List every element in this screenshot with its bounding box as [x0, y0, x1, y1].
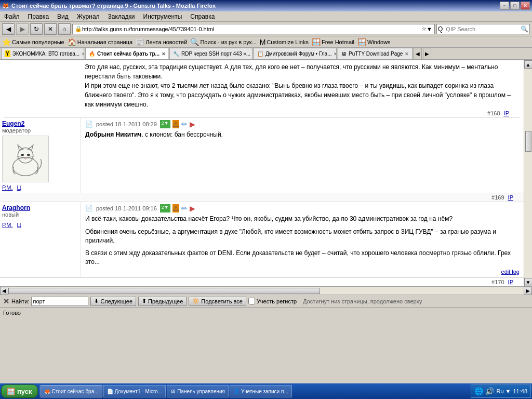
address-input[interactable]	[82, 26, 421, 32]
post-169-ip[interactable]: IP	[508, 194, 513, 201]
menu-file[interactable]: Файл	[2, 13, 22, 20]
tab-label: PuTTY Download Page	[349, 51, 403, 57]
bookmark-hotmail[interactable]: 🪟 Free Hotmail	[312, 38, 354, 46]
level-icon[interactable]: 2▼	[160, 120, 170, 128]
window-title: Стоит сейчас брать травмат? страница 9 -…	[11, 3, 216, 9]
username-araghorn[interactable]: Araghorn	[2, 204, 78, 211]
stop-button[interactable]: ✕	[44, 23, 57, 35]
bookmark-home[interactable]: 🏠 Начальная страница	[68, 38, 132, 46]
tab-close-icon[interactable]: ✕	[334, 51, 337, 57]
warn-icon[interactable]: ⚠	[172, 120, 179, 128]
post-actions-170: 2▼ ⚠ ✏ ▶	[160, 204, 195, 212]
menu-journal[interactable]: Журнал	[75, 13, 102, 20]
minimize-button[interactable]: −	[500, 2, 509, 10]
maximize-button[interactable]: □	[510, 2, 520, 10]
hscroll-right-button[interactable]: ▶	[524, 287, 532, 295]
username-eugen2[interactable]: Eugen2	[2, 120, 78, 127]
start-button[interactable]: 🪟 пуск	[1, 384, 38, 398]
horizontal-scrollbar[interactable]: ◀ ▶	[0, 286, 532, 295]
hscroll-track[interactable]	[8, 287, 524, 295]
taskbar-item-accounts[interactable]: 👤 Учетные записи п...	[230, 385, 292, 397]
tab-close-icon[interactable]: ✕	[162, 51, 166, 57]
tab-label: ЭКОНОМИКА: ВТО готова...	[12, 51, 79, 57]
find-case-check[interactable]: Учесть регистр	[248, 298, 297, 304]
reload-button[interactable]: ↻	[30, 23, 43, 35]
find-label: Найти:	[11, 298, 29, 304]
edit-icon[interactable]: ✏	[181, 120, 188, 128]
tab-economics[interactable]: Y ЭКОНОМИКА: ВТО готова... ✕	[1, 48, 84, 59]
menu-tools[interactable]: Инструменты	[141, 13, 184, 20]
edit-log-link[interactable]: edit log	[501, 269, 520, 275]
find-highlight-button[interactable]: 🔆 Подсветить все	[189, 297, 246, 306]
post-168-ip[interactable]: IP	[504, 110, 509, 116]
user-section-araghorn: Araghorn новый Р.М. Ц	[0, 202, 81, 277]
hscroll-thumb[interactable]	[8, 288, 320, 294]
post-168-top: Это для нас, русских, эта традиция сущес…	[0, 60, 524, 118]
bookmark-label: Лента новостей	[145, 39, 187, 45]
bookmark-news[interactable]: 📰 Лента новостей	[136, 38, 187, 46]
find-prev-button[interactable]: ⬆ Предыдущее	[138, 297, 187, 306]
tab-close-icon[interactable]: ✕	[82, 51, 84, 57]
bookmark-windows[interactable]: 🪟 Windows	[357, 38, 391, 46]
tabs-left-arrow[interactable]: ◀	[414, 48, 422, 59]
report-icon[interactable]: ▶	[190, 120, 195, 128]
find-close-button[interactable]: ✕	[3, 297, 9, 305]
pm-link-araghorn[interactable]: Р.М.	[2, 222, 13, 228]
scroll-thumb[interactable]	[525, 131, 531, 152]
find-case-checkbox[interactable]	[248, 298, 255, 304]
close-button[interactable]: ✕	[521, 2, 530, 10]
customize-icon: M	[260, 38, 266, 46]
taskbar-item-word[interactable]: 📄 Документ1 - Micro...	[103, 385, 166, 397]
bookmark-customize[interactable]: M Customize Links	[260, 38, 309, 46]
tabs-right-arrow[interactable]: ▶	[423, 48, 431, 59]
search-input[interactable]	[444, 26, 520, 32]
back-button[interactable]: ◀	[2, 23, 15, 35]
bookmark-popular[interactable]: ⭐ Самые популярные	[2, 38, 64, 46]
find-next-button[interactable]: ⬇ Следующее	[90, 297, 136, 306]
address-bar[interactable]: 🔒 ☆ ▼	[72, 24, 435, 34]
hscroll-left-button[interactable]: ◀	[0, 287, 8, 295]
tab-rdp[interactable]: 🔧 RDP через SSH порт 443 »... ✕	[169, 48, 252, 59]
find-input[interactable]	[31, 297, 88, 306]
scroll-track[interactable]	[524, 69, 532, 278]
home-button[interactable]: ⌂	[58, 23, 71, 35]
report-icon[interactable]: ▶	[190, 204, 195, 212]
tab-dmitrov[interactable]: 📋 Дмитровский Форум • Гла... ✕	[254, 48, 337, 59]
warn-icon[interactable]: ⚠	[172, 204, 179, 212]
forward-button[interactable]: ▶	[16, 23, 29, 35]
taskbar-label: Стоит сейчас бра...	[52, 389, 99, 394]
level-icon[interactable]: 2▼	[160, 204, 170, 212]
star-icon[interactable]: ☆	[421, 25, 427, 32]
user-role-eugen2: модератор	[2, 127, 78, 134]
taskbar-item-guns[interactable]: 🦊 Стоит сейчас бра...	[41, 385, 102, 397]
start-label: пуск	[17, 388, 32, 395]
tab-close-icon[interactable]: ✕	[405, 51, 409, 57]
menu-help[interactable]: Справка	[188, 13, 217, 20]
post-actions-168: 2▼ ⚠ ✏ ▶	[160, 120, 195, 128]
arrow-down-icon: ⬇	[94, 298, 99, 304]
menu-bookmarks[interactable]: Закладки	[106, 13, 137, 20]
edit-icon[interactable]: ✏	[181, 204, 188, 212]
tab-putty[interactable]: 🖥 PuTTY Download Page ✕	[338, 48, 413, 59]
tab-guns[interactable]: 🔥 Стоит сейчас брать тр... ✕	[85, 48, 168, 59]
windows-icon: 🪟	[357, 38, 366, 46]
bookmark-search[interactable]: 🔍 Поиск - из рук в рук...	[190, 38, 256, 46]
taskbar-item-control[interactable]: 🖥 Панель управления	[167, 385, 229, 397]
quote-link-eugen2[interactable]: Ц	[17, 184, 21, 191]
post-body-170: И всё-таки, каковы доказательства насчёт…	[85, 215, 520, 267]
pm-link-eugen2[interactable]: Р.М.	[2, 184, 13, 191]
scroll-up-button[interactable]: ▲	[524, 60, 533, 69]
vertical-scrollbar[interactable]: ▲ ▼	[524, 60, 532, 286]
menu-edit[interactable]: Правка	[26, 13, 51, 20]
post-170-ip[interactable]: IP	[508, 279, 513, 285]
quote-link-araghorn[interactable]: Ц	[17, 222, 21, 228]
system-tray: 🌐 🔊 Ru ▼ 11:48	[471, 384, 531, 398]
taskbar-icon: 📄	[107, 389, 113, 394]
bookmark-label: Самые популярные	[12, 39, 64, 45]
menu-view[interactable]: Вид	[55, 13, 71, 20]
cat-avatar-svg	[3, 136, 48, 182]
search-icon[interactable]: 🔍	[520, 25, 529, 33]
bookmark-icon[interactable]: ▼	[427, 26, 432, 32]
search-box[interactable]: Q 🔍	[436, 24, 530, 34]
scroll-down-button[interactable]: ▼	[524, 278, 533, 286]
